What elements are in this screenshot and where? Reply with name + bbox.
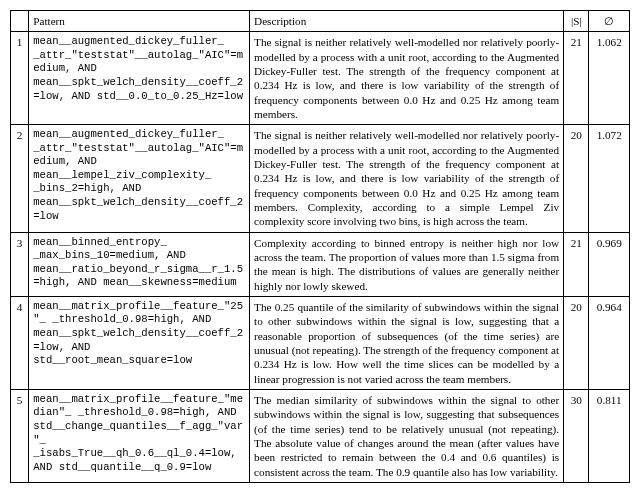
cell-s: 21 <box>564 232 589 296</box>
cell-pattern: mean__binned_entropy_ _max_bins_10=mediu… <box>29 232 250 296</box>
cell-phi: 1.062 <box>589 32 630 125</box>
cell-description: The median similarity of subwindows with… <box>250 389 564 482</box>
cell-phi: 1.072 <box>589 125 630 232</box>
cell-index: 3 <box>11 232 29 296</box>
cell-s: 21 <box>564 32 589 125</box>
cell-index: 2 <box>11 125 29 232</box>
cell-s: 30 <box>564 389 589 482</box>
cell-s: 20 <box>564 296 589 389</box>
col-header-phi: ∅ <box>589 11 630 32</box>
table-body: 1mean__augmented_dickey_fuller_ _attr_"t… <box>11 32 630 483</box>
col-header-pattern: Pattern <box>29 11 250 32</box>
col-header-s: |S| <box>564 11 589 32</box>
cell-index: 4 <box>11 296 29 389</box>
cell-phi: 0.969 <box>589 232 630 296</box>
cell-pattern: mean__matrix_profile__feature_"25"_ _thr… <box>29 296 250 389</box>
table-header-row: Pattern Description |S| ∅ <box>11 11 630 32</box>
cell-index: 1 <box>11 32 29 125</box>
cell-pattern: mean__matrix_profile__feature_"median"_ … <box>29 389 250 482</box>
table-row: 4mean__matrix_profile__feature_"25"_ _th… <box>11 296 630 389</box>
cell-description: Complexity according to binned entropy i… <box>250 232 564 296</box>
pattern-table: Pattern Description |S| ∅ 1mean__augment… <box>10 10 630 483</box>
cell-description: The signal is neither relatively well-mo… <box>250 125 564 232</box>
cell-pattern: mean__augmented_dickey_fuller_ _attr_"te… <box>29 125 250 232</box>
cell-description: The 0.25 quantile of the similarity of s… <box>250 296 564 389</box>
table-row: 5mean__matrix_profile__feature_"median"_… <box>11 389 630 482</box>
cell-description: The signal is neither relatively well-mo… <box>250 32 564 125</box>
table-row: 2mean__augmented_dickey_fuller_ _attr_"t… <box>11 125 630 232</box>
table-row: 1mean__augmented_dickey_fuller_ _attr_"t… <box>11 32 630 125</box>
cell-phi: 0.811 <box>589 389 630 482</box>
col-header-description: Description <box>250 11 564 32</box>
col-header-index <box>11 11 29 32</box>
cell-index: 5 <box>11 389 29 482</box>
cell-pattern: mean__augmented_dickey_fuller_ _attr_"te… <box>29 32 250 125</box>
cell-phi: 0.964 <box>589 296 630 389</box>
table-row: 3mean__binned_entropy_ _max_bins_10=medi… <box>11 232 630 296</box>
cell-s: 20 <box>564 125 589 232</box>
